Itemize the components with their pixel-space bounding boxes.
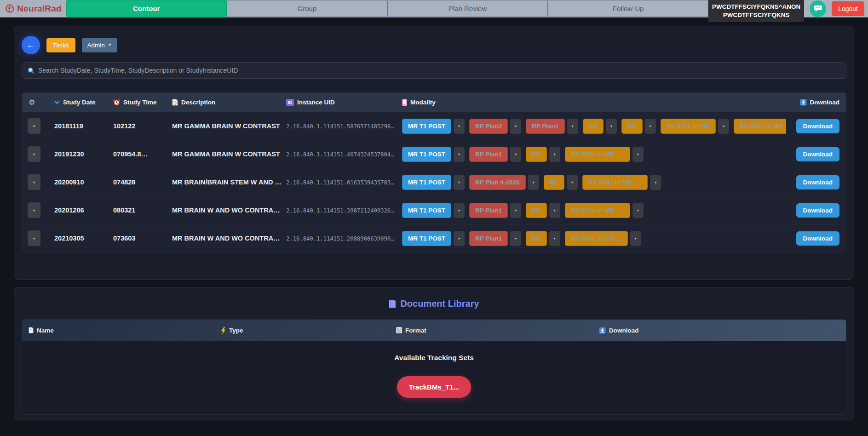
- user-id-line2: PWCDTFFSCIYFQKNS: [723, 11, 790, 19]
- modality-badge[interactable]: RP Plan2: [469, 119, 508, 134]
- search-input[interactable]: [38, 67, 840, 74]
- modality-caret-button[interactable]: ▼: [549, 231, 560, 246]
- instance-uid-value: 2.16.840.1.114151.0163539435783…: [286, 179, 394, 186]
- row-expand-button[interactable]: ▼: [28, 230, 40, 246]
- modality-badge[interactable]: RS ROIs in MR: …: [565, 203, 630, 218]
- doc-col-name[interactable]: Name: [37, 327, 54, 334]
- modality-badge[interactable]: RP Plan1: [526, 119, 564, 134]
- modality-caret-button[interactable]: ▼: [454, 147, 465, 162]
- modality-group: RD▼: [544, 175, 578, 190]
- modality-caret-button[interactable]: ▼: [510, 203, 521, 218]
- modality-badge[interactable]: RP Plan1: [469, 203, 508, 218]
- col-study-time[interactable]: Study Time: [123, 99, 157, 106]
- download-button[interactable]: Download: [796, 119, 840, 133]
- modality-caret-button[interactable]: ▼: [567, 119, 578, 134]
- user-id-line1: PWCDTFFSCIYFQKNS^ANON: [712, 3, 800, 11]
- modality-group: RP Plan1▼: [526, 119, 578, 134]
- col-instance-uid[interactable]: Instance UID: [297, 99, 335, 106]
- download-button[interactable]: Download: [796, 175, 840, 189]
- modality-group: RD▼: [583, 119, 617, 134]
- download-button[interactable]: Download: [796, 147, 840, 161]
- row-expand-button[interactable]: ▼: [28, 118, 40, 134]
- tab-group[interactable]: Group: [227, 0, 387, 17]
- modality-badge[interactable]: MR T1 POST: [402, 175, 451, 190]
- modality-badge[interactable]: RP Plan1: [469, 231, 508, 246]
- download-button[interactable]: Download: [796, 231, 840, 246]
- modality-caret-button[interactable]: ▼: [454, 119, 465, 134]
- modality-badge[interactable]: RS ROIs in MR: [661, 119, 716, 134]
- instance-uid-value: 2.16.840.1.114151.3987212409326…: [286, 207, 394, 214]
- studies-table-header: ⚙ Study Date: [22, 93, 846, 112]
- modality-badge[interactable]: RD: [583, 119, 604, 134]
- modality-caret-button[interactable]: ▼: [549, 203, 560, 218]
- modality-badge[interactable]: MR T1 POST: [402, 147, 451, 162]
- modality-caret-button[interactable]: ▼: [510, 119, 521, 134]
- tracking-set-button[interactable]: TrackBMs_T1...: [397, 376, 471, 398]
- modality-caret-button[interactable]: ▼: [510, 231, 521, 246]
- modality-caret-button[interactable]: ▼: [528, 175, 539, 190]
- col-study-date[interactable]: Study Date: [63, 99, 96, 106]
- study-row: ▼20191230070954.8…MR GAMMA BRAIN W CONTR…: [22, 140, 846, 168]
- modality-caret-button[interactable]: ▼: [650, 175, 661, 190]
- modality-caret-button[interactable]: ▼: [510, 147, 521, 162]
- row-expand-button[interactable]: ▼: [28, 202, 40, 218]
- tab-contour[interactable]: Contour: [66, 0, 227, 17]
- row-expand-button[interactable]: ▼: [28, 174, 40, 190]
- tab-plan-review[interactable]: Plan Review: [387, 0, 548, 17]
- doc-col-download[interactable]: Download: [609, 327, 639, 334]
- tab-follow-up[interactable]: Follow-Up: [548, 0, 708, 17]
- studies-panel: ← Tasks Admin ▼ ⚙: [14, 26, 854, 280]
- modality-badge[interactable]: MR T1 POST: [402, 119, 451, 134]
- modality-badge[interactable]: RD: [526, 203, 547, 218]
- modality-caret-button[interactable]: ▼: [567, 175, 578, 190]
- modality-caret-button[interactable]: ▼: [632, 147, 644, 162]
- modality-caret-button[interactable]: ▼: [454, 175, 465, 190]
- back-button[interactable]: ←: [22, 36, 40, 54]
- instance-uid-value: 2.16.840.1.114151.2088908639090…: [286, 235, 394, 242]
- modality-badge[interactable]: RP Plan1: [469, 147, 508, 162]
- admin-label: Admin: [87, 42, 105, 49]
- row-expand-cell: ▼: [22, 202, 52, 218]
- modality-caret-button[interactable]: ▼: [632, 203, 644, 218]
- modality-badge[interactable]: RS ROIs in MR: …: [582, 175, 648, 190]
- main-tabs: Contour Group Plan Review Follow-Up: [66, 0, 708, 17]
- modality-badge[interactable]: RS ROIs in 3-5-…: [565, 231, 628, 246]
- logout-button[interactable]: Logout: [832, 1, 864, 16]
- tasks-button[interactable]: Tasks: [46, 38, 75, 52]
- modality-caret-button[interactable]: ▼: [645, 119, 656, 134]
- sort-chevron-icon[interactable]: [54, 101, 60, 104]
- modality-badge[interactable]: RD: [526, 147, 547, 162]
- study-time-cell: 074828: [110, 178, 169, 186]
- modality-badge[interactable]: RP Plan 9-2020: [469, 175, 526, 190]
- study-description-cell: MR BRAIN W AND WO CONTRA…: [169, 235, 283, 242]
- modality-badge[interactable]: RS ROIs in MR: …: [565, 147, 630, 162]
- admin-dropdown-button[interactable]: Admin ▼: [82, 38, 117, 52]
- download-button[interactable]: Download: [796, 203, 840, 218]
- col-download[interactable]: Download: [810, 99, 840, 106]
- col-modality[interactable]: Modality: [410, 99, 436, 106]
- row-expand-button[interactable]: ▼: [28, 146, 40, 162]
- modality-caret-button[interactable]: ▼: [606, 119, 617, 134]
- modality-badge[interactable]: RS ROIs in MR: [734, 119, 786, 134]
- chat-button[interactable]: [810, 0, 826, 17]
- modality-caret-button[interactable]: ▼: [454, 203, 465, 218]
- modality-badge[interactable]: MR T1 POST: [402, 231, 451, 246]
- modality-badge[interactable]: RD: [621, 119, 643, 134]
- study-description-cell: MR GAMMA BRAIN W CONTRAST: [169, 122, 283, 130]
- modality-caret-button[interactable]: ▼: [718, 119, 729, 134]
- study-time-cell: 102122: [110, 122, 169, 130]
- modality-badge[interactable]: RD: [544, 175, 565, 190]
- study-date-cell: 20210305: [52, 235, 110, 242]
- doc-col-type[interactable]: Type: [229, 327, 243, 334]
- modality-caret-button[interactable]: ▼: [454, 231, 465, 246]
- doc-col-format[interactable]: Format: [405, 327, 426, 334]
- study-date-cell: 20181119: [52, 122, 110, 130]
- modality-badge[interactable]: MR T1 POST: [402, 203, 451, 218]
- format-icon: [396, 327, 402, 333]
- gear-icon[interactable]: ⚙: [29, 98, 35, 107]
- modality-caret-button[interactable]: ▼: [549, 147, 560, 162]
- modality-caret-button[interactable]: ▼: [630, 231, 641, 246]
- modality-badge[interactable]: RD: [526, 231, 547, 246]
- row-expand-cell: ▼: [22, 118, 52, 134]
- col-description[interactable]: Description: [181, 99, 215, 106]
